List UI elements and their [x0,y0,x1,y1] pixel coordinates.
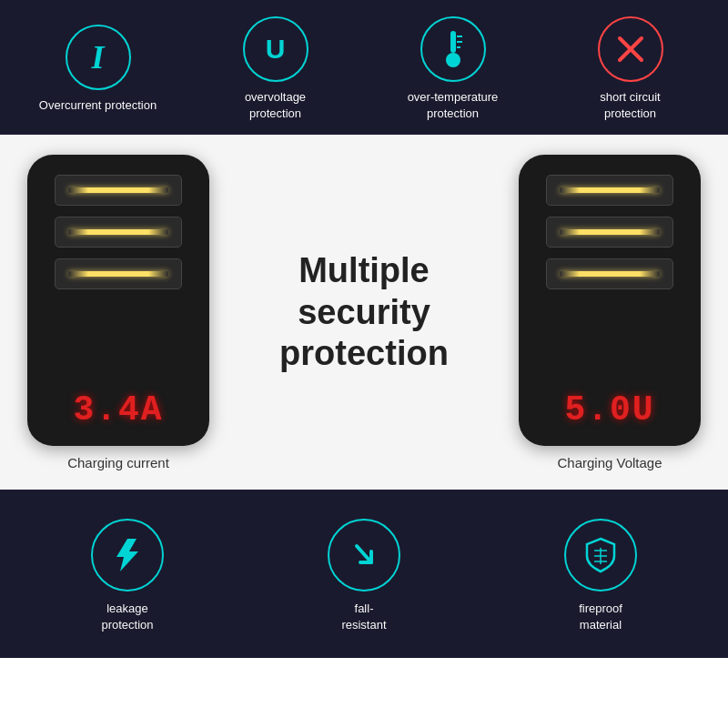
right-charger-card: 5.0U [519,155,701,446]
security-text: Multiplesecurityprotection [209,250,519,375]
overcurrent-icon: I [66,25,131,90]
feature-overcurrent: I Overcurrent protection [9,25,187,114]
overcurrent-label: Overcurrent protection [39,97,157,114]
fall-icon [328,519,400,592]
feature-fall: fall-resistant [247,519,480,633]
left-charger-card: 3.4A [27,155,209,446]
left-usb-1 [55,175,182,206]
feature-leakage: leakageprotection [10,519,244,633]
right-charger-wrapper: 5.0U Charging Voltage [519,155,701,470]
middle-section: 3.4A Charging current Multiplesecuritypr… [0,135,728,490]
leakage-label: leakageprotection [101,601,153,633]
overvoltage-label: overvoltageprotection [245,89,306,122]
left-usb-3 [55,258,182,289]
overtemp-label: over-temperatureprotection [408,89,499,122]
leakage-icon [91,519,164,592]
right-usb-ports [533,175,686,289]
right-usb-2 [546,217,673,248]
left-charger-label: Charging current [67,455,169,470]
feature-overvoltage: U overvoltageprotection [187,16,364,122]
left-display: 3.4A [73,390,163,430]
shortcircuit-label: short circuitprotection [600,89,660,122]
fireproof-label: fireproofmaterial [579,601,622,633]
left-charger-wrapper: 3.4A Charging current [27,155,209,470]
svg-marker-7 [116,539,138,571]
right-display: 5.0U [564,390,654,430]
shortcircuit-icon [598,16,663,82]
right-usb-1 [546,175,673,206]
overvoltage-icon: U [243,16,308,82]
fireproof-icon [564,519,637,592]
feature-fireproof: fireproofmaterial [483,519,717,633]
left-usb-2 [55,217,182,248]
svg-rect-0 [450,31,456,53]
top-section: I Overcurrent protection U overvoltagepr… [0,0,728,135]
right-usb-3 [546,258,673,289]
right-charger-label: Charging Voltage [557,455,662,470]
overtemp-icon [420,16,486,82]
left-usb-ports [42,175,195,289]
fall-label: fall-resistant [341,601,386,633]
feature-overtemp: over-temperatureprotection [364,16,541,122]
svg-point-1 [446,53,460,67]
svg-line-8 [357,546,371,562]
feature-shortcircuit: short circuitprotection [541,16,719,122]
bottom-section: leakageprotection fall-resistant firepro [0,490,728,658]
